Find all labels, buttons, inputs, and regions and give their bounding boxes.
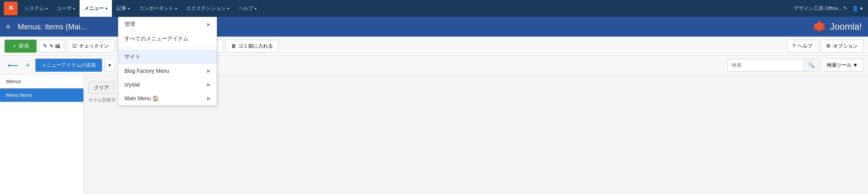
new-button[interactable]: ＋ 新規 bbox=[5, 40, 37, 53]
submenu-arrow-icon: ▶ bbox=[207, 96, 211, 101]
dropdown-item-main-menu[interactable]: Main Menu 🏠 ▶ bbox=[118, 91, 217, 105]
search-input[interactable] bbox=[728, 59, 804, 71]
caret-icon: ▾ bbox=[128, 6, 130, 11]
nav-right: デザイン工房 Office... ✎ 👤 ▾ bbox=[794, 4, 864, 13]
checkin-button[interactable]: ☑ チェックイン bbox=[67, 40, 115, 53]
nav-item-system[interactable]: システム ▾ bbox=[20, 0, 52, 17]
clear-button[interactable]: クリア bbox=[88, 82, 115, 94]
joomla-brand: Joomla! bbox=[811, 18, 862, 35]
checkin-icon: ☑ bbox=[72, 43, 77, 49]
hamburger-icon[interactable]: ≡ bbox=[6, 23, 10, 31]
dropdown-item-site[interactable]: サイト bbox=[118, 50, 217, 64]
dropdown-item-crystal[interactable]: crystal ▶ bbox=[118, 78, 217, 91]
caret-icon: ▾ bbox=[227, 6, 229, 11]
submenu-arrow-icon: ▶ bbox=[207, 68, 211, 74]
nav-item-components[interactable]: コンポーネント ▾ bbox=[134, 0, 182, 17]
user-icon[interactable]: 👤 ▾ bbox=[850, 4, 864, 13]
joomla-star-icon bbox=[811, 18, 828, 35]
dropdown-item-kanri[interactable]: 管理 ▶ bbox=[118, 17, 217, 32]
header-left: ≡ Menus: Items (Mai... bbox=[6, 22, 87, 31]
add-menu-dropdown-button[interactable]: ▾ bbox=[104, 59, 115, 72]
nav-item-users[interactable]: ユーザ ▾ bbox=[52, 0, 80, 17]
nav-item-articles[interactable]: 記事 ▾ bbox=[112, 0, 134, 17]
sidebar: Menus Menu Items bbox=[0, 75, 84, 194]
caret-icon: ▾ bbox=[255, 6, 257, 11]
options-button[interactable]: ⚙ オプション bbox=[820, 40, 863, 53]
dropdown-item-all-items[interactable]: すべてのメニューアイテム bbox=[118, 32, 217, 46]
add-menu-item-button[interactable]: メニューアイテムの追加 bbox=[35, 59, 102, 72]
nav-item-help[interactable]: ヘルプ ▾ bbox=[234, 0, 261, 17]
help-icon: ? bbox=[793, 43, 795, 49]
svg-point-4 bbox=[818, 28, 821, 32]
nav-item-extensions[interactable]: エクステンション ▾ bbox=[182, 0, 234, 17]
site-name[interactable]: デザイン工房 Office... ✎ bbox=[794, 5, 847, 12]
edit-button[interactable]: ✎ ✎ 編 bbox=[39, 40, 64, 53]
nav-item-menus[interactable]: メニュー ▾ bbox=[80, 0, 112, 17]
add-icon[interactable]: ＋ bbox=[24, 60, 32, 70]
dropdown-divider bbox=[118, 48, 217, 48]
edit-icon: ✎ bbox=[43, 43, 47, 49]
submenu-arrow-icon: ▶ bbox=[207, 22, 211, 27]
joomla-logo-icon: ✕ bbox=[4, 2, 18, 15]
menu-dropdown: 管理 ▶ すべてのメニューアイテム サイト Blog Factory Menu … bbox=[118, 17, 217, 106]
gear-icon: ⚙ bbox=[826, 43, 831, 49]
sidebar-item-menus[interactable]: Menus bbox=[0, 75, 83, 88]
caret-icon: ▾ bbox=[73, 6, 75, 11]
joomla-text: Joomla! bbox=[830, 21, 862, 32]
trash-button[interactable]: 🗑 ゴミ箱に入れる bbox=[225, 40, 279, 53]
top-navigation: ✕ システム ▾ ユーザ ▾ メニュー ▾ 記事 ▾ コンポーネント ▾ エクス… bbox=[0, 0, 868, 17]
sidebar-toggle-button[interactable]: ⟵ bbox=[5, 59, 22, 71]
page-title: Menus: Items (Mai... bbox=[18, 22, 87, 31]
caret-icon: ▾ bbox=[46, 6, 48, 11]
search-box: 🔍 bbox=[728, 59, 819, 72]
search-tools-button[interactable]: 検索ツール ▼ bbox=[821, 59, 863, 72]
help-button[interactable]: ? ヘルプ bbox=[787, 40, 818, 53]
nav-items: システム ▾ ユーザ ▾ メニュー ▾ 記事 ▾ コンポーネント ▾ エクステン… bbox=[20, 0, 794, 17]
svg-text:✕: ✕ bbox=[8, 4, 14, 12]
caret-icon: ▾ bbox=[175, 6, 177, 11]
sidebar-item-menu-items[interactable]: Menu Items bbox=[0, 88, 83, 102]
submenu-arrow-icon: ▶ bbox=[207, 82, 211, 87]
trash-icon: 🗑 bbox=[231, 43, 236, 49]
search-button[interactable]: 🔍 bbox=[804, 59, 819, 71]
caret-icon: ▾ bbox=[105, 6, 107, 11]
dropdown-item-blog-factory[interactable]: Blog Factory Menu ▶ bbox=[118, 64, 217, 78]
